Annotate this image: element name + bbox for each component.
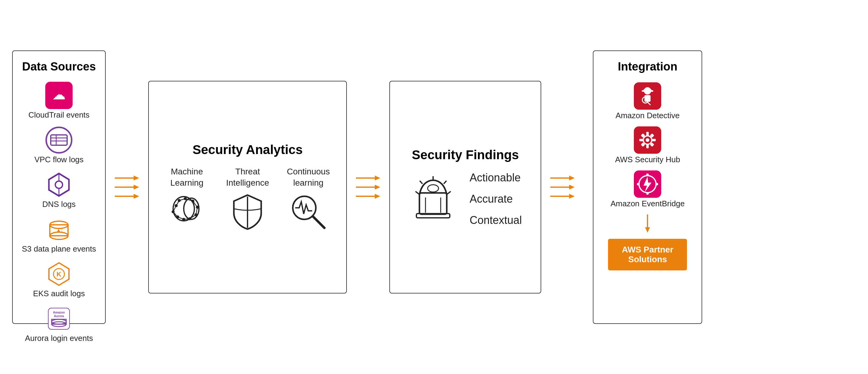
s3-icon: ▲ □ — [45, 216, 72, 243]
analytics-title: Security Analytics — [192, 143, 303, 157]
svg-point-3 — [46, 127, 72, 153]
finding-accurate: Accurate — [469, 193, 522, 206]
svg-point-67 — [646, 138, 649, 142]
cloudtrail-label: CloudTrail events — [28, 110, 89, 120]
arrow-9 — [550, 194, 575, 198]
svg-text:K: K — [57, 271, 61, 278]
vpc-label: VPC flow logs — [34, 155, 84, 164]
continuous-label: Continuous learning — [285, 166, 331, 188]
arrows-to-findings — [347, 176, 390, 198]
arrows-to-integration — [541, 176, 584, 198]
eventbridge-label: Amazon EventBridge — [611, 199, 685, 209]
eks-icon: K — [45, 260, 72, 288]
svg-rect-69 — [646, 144, 649, 148]
svg-point-82 — [656, 183, 658, 185]
main-diagram: Data Sources ☁ ↑ CloudTrail events — [12, 12, 856, 362]
eks-label: EKS audit logs — [33, 289, 85, 298]
arrow-2 — [115, 185, 139, 189]
analytics-threat: Threat Intelligence — [225, 166, 270, 231]
finding-actionable: Actionable — [469, 172, 522, 184]
svg-text:↑: ↑ — [57, 91, 61, 99]
arrow-7 — [550, 176, 575, 180]
data-sources-box: Data Sources ☁ ↑ CloudTrail events — [12, 51, 106, 324]
findings-title: Security Findings — [412, 148, 519, 162]
svg-point-25 — [184, 198, 199, 219]
svg-point-8 — [55, 181, 63, 188]
svg-line-51 — [447, 191, 451, 194]
svg-rect-49 — [420, 193, 447, 214]
securityhub-label: AWS Security Hub — [615, 155, 680, 164]
svg-rect-4 — [51, 135, 67, 145]
partner-solutions-button[interactable]: AWS Partner Solutions — [608, 239, 687, 271]
s3-label: S3 data plane events — [22, 244, 96, 254]
detective-icon — [634, 82, 661, 110]
eventbridge-icon — [634, 170, 661, 198]
findings-content: Actionable Accurate Contextual — [409, 172, 522, 227]
aurora-label: Aurora login events — [25, 334, 93, 343]
svg-text:□: □ — [59, 227, 62, 233]
svg-text:Aurora: Aurora — [54, 314, 64, 318]
source-eks: K EKS audit logs — [33, 260, 85, 298]
analytics-ml: Machine Learning — [164, 166, 210, 231]
detective-label: Amazon Detective — [616, 111, 680, 120]
securityhub-icon — [634, 126, 661, 154]
integration-title: Integration — [618, 60, 677, 73]
svg-line-45 — [176, 200, 179, 206]
source-dns: DNS logs — [42, 171, 75, 209]
data-sources-title: Data Sources — [22, 60, 96, 73]
svg-text:Amazon: Amazon — [53, 311, 65, 314]
svg-point-56 — [428, 185, 439, 192]
vpc-icon — [45, 126, 72, 154]
source-vpc: VPC flow logs — [34, 126, 84, 164]
security-findings-box: Security Findings — [390, 81, 541, 293]
source-cloudtrail: ☁ ↑ CloudTrail events — [28, 82, 89, 120]
svg-line-48 — [313, 216, 324, 228]
threat-icon — [228, 192, 267, 231]
aurora-icon: Amazon Aurora — [45, 305, 72, 332]
ml-icon — [167, 192, 207, 231]
security-analytics-box: Security Analytics Machine Learning — [148, 81, 347, 293]
arrow-down — [646, 215, 649, 233]
integration-box: Integration Amazon Detective — [593, 51, 702, 324]
analytics-continuous: Continuous learning — [285, 166, 331, 231]
svg-rect-70 — [639, 139, 644, 141]
arrow-4 — [356, 176, 380, 180]
arrow-8 — [550, 185, 575, 189]
cloudtrail-icon: ☁ ↑ — [45, 82, 72, 109]
continuous-icon — [288, 192, 328, 231]
integration-detective: Amazon Detective — [616, 82, 680, 120]
finding-contextual: Contextual — [469, 214, 522, 227]
svg-rect-71 — [651, 139, 656, 141]
findings-labels-list: Actionable Accurate Contextual — [469, 172, 522, 227]
source-s3: ▲ □ S3 data plane events — [22, 216, 96, 254]
arrows-to-analytics — [106, 176, 148, 198]
arrow-1 — [115, 176, 139, 180]
svg-rect-68 — [646, 132, 649, 136]
svg-point-81 — [637, 183, 639, 185]
arrow-6 — [356, 194, 380, 198]
dns-label: DNS logs — [42, 199, 75, 209]
svg-line-53 — [444, 181, 446, 184]
ml-label: Machine Learning — [164, 166, 210, 188]
svg-line-52 — [415, 191, 420, 194]
arrow-5 — [356, 185, 380, 189]
threat-label: Threat Intelligence — [225, 166, 270, 188]
analytics-items: Machine Learning — [164, 166, 331, 231]
svg-line-54 — [420, 181, 423, 184]
svg-rect-61 — [642, 90, 653, 92]
source-aurora: Amazon Aurora Aurora login events — [25, 305, 93, 343]
svg-rect-64 — [645, 95, 651, 102]
integration-securityhub: AWS Security Hub — [615, 126, 680, 164]
svg-point-80 — [646, 192, 649, 195]
arrow-3 — [115, 194, 139, 198]
svg-point-79 — [646, 174, 649, 176]
alarm-icon — [409, 175, 457, 223]
dns-icon — [45, 171, 72, 198]
integration-eventbridge: Amazon EventBridge — [611, 170, 685, 209]
